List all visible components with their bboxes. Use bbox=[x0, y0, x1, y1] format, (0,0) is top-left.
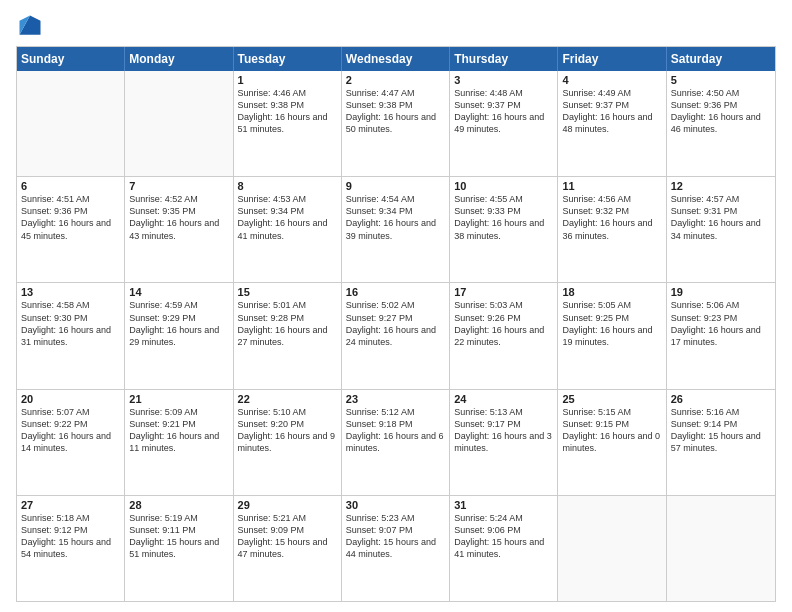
cell-info: Sunrise: 4:54 AM Sunset: 9:34 PM Dayligh… bbox=[346, 193, 445, 242]
cal-cell: 1Sunrise: 4:46 AM Sunset: 9:38 PM Daylig… bbox=[234, 71, 342, 176]
cell-info: Sunrise: 5:09 AM Sunset: 9:21 PM Dayligh… bbox=[129, 406, 228, 455]
cell-info: Sunrise: 5:18 AM Sunset: 9:12 PM Dayligh… bbox=[21, 512, 120, 561]
page: SundayMondayTuesdayWednesdayThursdayFrid… bbox=[0, 0, 792, 612]
day-number: 4 bbox=[562, 74, 661, 86]
cal-cell bbox=[17, 71, 125, 176]
cell-info: Sunrise: 5:21 AM Sunset: 9:09 PM Dayligh… bbox=[238, 512, 337, 561]
day-number: 18 bbox=[562, 286, 661, 298]
cal-cell: 28Sunrise: 5:19 AM Sunset: 9:11 PM Dayli… bbox=[125, 496, 233, 601]
cal-cell: 24Sunrise: 5:13 AM Sunset: 9:17 PM Dayli… bbox=[450, 390, 558, 495]
cell-info: Sunrise: 5:16 AM Sunset: 9:14 PM Dayligh… bbox=[671, 406, 771, 455]
cal-row-3: 20Sunrise: 5:07 AM Sunset: 9:22 PM Dayli… bbox=[17, 389, 775, 495]
cell-info: Sunrise: 4:52 AM Sunset: 9:35 PM Dayligh… bbox=[129, 193, 228, 242]
cal-cell: 13Sunrise: 4:58 AM Sunset: 9:30 PM Dayli… bbox=[17, 283, 125, 388]
cal-cell: 9Sunrise: 4:54 AM Sunset: 9:34 PM Daylig… bbox=[342, 177, 450, 282]
day-number: 9 bbox=[346, 180, 445, 192]
cal-row-1: 6Sunrise: 4:51 AM Sunset: 9:36 PM Daylig… bbox=[17, 176, 775, 282]
cell-info: Sunrise: 5:06 AM Sunset: 9:23 PM Dayligh… bbox=[671, 299, 771, 348]
cell-info: Sunrise: 5:02 AM Sunset: 9:27 PM Dayligh… bbox=[346, 299, 445, 348]
cal-cell: 25Sunrise: 5:15 AM Sunset: 9:15 PM Dayli… bbox=[558, 390, 666, 495]
day-number: 6 bbox=[21, 180, 120, 192]
cal-cell: 21Sunrise: 5:09 AM Sunset: 9:21 PM Dayli… bbox=[125, 390, 233, 495]
day-number: 1 bbox=[238, 74, 337, 86]
cell-info: Sunrise: 4:59 AM Sunset: 9:29 PM Dayligh… bbox=[129, 299, 228, 348]
cell-info: Sunrise: 5:05 AM Sunset: 9:25 PM Dayligh… bbox=[562, 299, 661, 348]
cell-info: Sunrise: 5:24 AM Sunset: 9:06 PM Dayligh… bbox=[454, 512, 553, 561]
cal-row-0: 1Sunrise: 4:46 AM Sunset: 9:38 PM Daylig… bbox=[17, 71, 775, 176]
header-day-sunday: Sunday bbox=[17, 47, 125, 71]
cell-info: Sunrise: 4:58 AM Sunset: 9:30 PM Dayligh… bbox=[21, 299, 120, 348]
calendar: SundayMondayTuesdayWednesdayThursdayFrid… bbox=[16, 46, 776, 602]
cal-cell bbox=[125, 71, 233, 176]
header bbox=[16, 12, 776, 40]
cal-cell bbox=[558, 496, 666, 601]
day-number: 31 bbox=[454, 499, 553, 511]
day-number: 15 bbox=[238, 286, 337, 298]
cal-cell: 7Sunrise: 4:52 AM Sunset: 9:35 PM Daylig… bbox=[125, 177, 233, 282]
day-number: 30 bbox=[346, 499, 445, 511]
cal-cell: 29Sunrise: 5:21 AM Sunset: 9:09 PM Dayli… bbox=[234, 496, 342, 601]
cell-info: Sunrise: 4:51 AM Sunset: 9:36 PM Dayligh… bbox=[21, 193, 120, 242]
day-number: 10 bbox=[454, 180, 553, 192]
cal-cell: 23Sunrise: 5:12 AM Sunset: 9:18 PM Dayli… bbox=[342, 390, 450, 495]
cell-info: Sunrise: 5:19 AM Sunset: 9:11 PM Dayligh… bbox=[129, 512, 228, 561]
day-number: 28 bbox=[129, 499, 228, 511]
day-number: 12 bbox=[671, 180, 771, 192]
day-number: 11 bbox=[562, 180, 661, 192]
cell-info: Sunrise: 4:55 AM Sunset: 9:33 PM Dayligh… bbox=[454, 193, 553, 242]
cal-row-2: 13Sunrise: 4:58 AM Sunset: 9:30 PM Dayli… bbox=[17, 282, 775, 388]
day-number: 24 bbox=[454, 393, 553, 405]
day-number: 23 bbox=[346, 393, 445, 405]
cal-cell: 2Sunrise: 4:47 AM Sunset: 9:38 PM Daylig… bbox=[342, 71, 450, 176]
cell-info: Sunrise: 5:07 AM Sunset: 9:22 PM Dayligh… bbox=[21, 406, 120, 455]
cal-cell: 27Sunrise: 5:18 AM Sunset: 9:12 PM Dayli… bbox=[17, 496, 125, 601]
day-number: 16 bbox=[346, 286, 445, 298]
header-day-thursday: Thursday bbox=[450, 47, 558, 71]
header-day-tuesday: Tuesday bbox=[234, 47, 342, 71]
cell-info: Sunrise: 4:57 AM Sunset: 9:31 PM Dayligh… bbox=[671, 193, 771, 242]
cal-cell: 20Sunrise: 5:07 AM Sunset: 9:22 PM Dayli… bbox=[17, 390, 125, 495]
cell-info: Sunrise: 5:23 AM Sunset: 9:07 PM Dayligh… bbox=[346, 512, 445, 561]
day-number: 13 bbox=[21, 286, 120, 298]
logo bbox=[16, 12, 48, 40]
cell-info: Sunrise: 5:15 AM Sunset: 9:15 PM Dayligh… bbox=[562, 406, 661, 455]
cal-cell: 6Sunrise: 4:51 AM Sunset: 9:36 PM Daylig… bbox=[17, 177, 125, 282]
day-number: 8 bbox=[238, 180, 337, 192]
calendar-body: 1Sunrise: 4:46 AM Sunset: 9:38 PM Daylig… bbox=[17, 71, 775, 601]
cal-cell: 22Sunrise: 5:10 AM Sunset: 9:20 PM Dayli… bbox=[234, 390, 342, 495]
calendar-header: SundayMondayTuesdayWednesdayThursdayFrid… bbox=[17, 47, 775, 71]
header-day-monday: Monday bbox=[125, 47, 233, 71]
day-number: 17 bbox=[454, 286, 553, 298]
cal-cell bbox=[667, 496, 775, 601]
day-number: 14 bbox=[129, 286, 228, 298]
day-number: 21 bbox=[129, 393, 228, 405]
cal-cell: 10Sunrise: 4:55 AM Sunset: 9:33 PM Dayli… bbox=[450, 177, 558, 282]
day-number: 22 bbox=[238, 393, 337, 405]
cal-row-4: 27Sunrise: 5:18 AM Sunset: 9:12 PM Dayli… bbox=[17, 495, 775, 601]
cal-cell: 16Sunrise: 5:02 AM Sunset: 9:27 PM Dayli… bbox=[342, 283, 450, 388]
cell-info: Sunrise: 5:01 AM Sunset: 9:28 PM Dayligh… bbox=[238, 299, 337, 348]
cal-cell: 8Sunrise: 4:53 AM Sunset: 9:34 PM Daylig… bbox=[234, 177, 342, 282]
cal-cell: 15Sunrise: 5:01 AM Sunset: 9:28 PM Dayli… bbox=[234, 283, 342, 388]
cal-cell: 18Sunrise: 5:05 AM Sunset: 9:25 PM Dayli… bbox=[558, 283, 666, 388]
cal-cell: 4Sunrise: 4:49 AM Sunset: 9:37 PM Daylig… bbox=[558, 71, 666, 176]
day-number: 19 bbox=[671, 286, 771, 298]
cal-cell: 30Sunrise: 5:23 AM Sunset: 9:07 PM Dayli… bbox=[342, 496, 450, 601]
header-day-wednesday: Wednesday bbox=[342, 47, 450, 71]
day-number: 25 bbox=[562, 393, 661, 405]
cell-info: Sunrise: 4:48 AM Sunset: 9:37 PM Dayligh… bbox=[454, 87, 553, 136]
cell-info: Sunrise: 4:56 AM Sunset: 9:32 PM Dayligh… bbox=[562, 193, 661, 242]
day-number: 5 bbox=[671, 74, 771, 86]
day-number: 27 bbox=[21, 499, 120, 511]
cell-info: Sunrise: 4:49 AM Sunset: 9:37 PM Dayligh… bbox=[562, 87, 661, 136]
cell-info: Sunrise: 4:46 AM Sunset: 9:38 PM Dayligh… bbox=[238, 87, 337, 136]
cell-info: Sunrise: 4:47 AM Sunset: 9:38 PM Dayligh… bbox=[346, 87, 445, 136]
cal-cell: 14Sunrise: 4:59 AM Sunset: 9:29 PM Dayli… bbox=[125, 283, 233, 388]
cell-info: Sunrise: 5:13 AM Sunset: 9:17 PM Dayligh… bbox=[454, 406, 553, 455]
day-number: 3 bbox=[454, 74, 553, 86]
header-day-saturday: Saturday bbox=[667, 47, 775, 71]
cal-cell: 12Sunrise: 4:57 AM Sunset: 9:31 PM Dayli… bbox=[667, 177, 775, 282]
day-number: 20 bbox=[21, 393, 120, 405]
cal-cell: 31Sunrise: 5:24 AM Sunset: 9:06 PM Dayli… bbox=[450, 496, 558, 601]
cal-cell: 26Sunrise: 5:16 AM Sunset: 9:14 PM Dayli… bbox=[667, 390, 775, 495]
